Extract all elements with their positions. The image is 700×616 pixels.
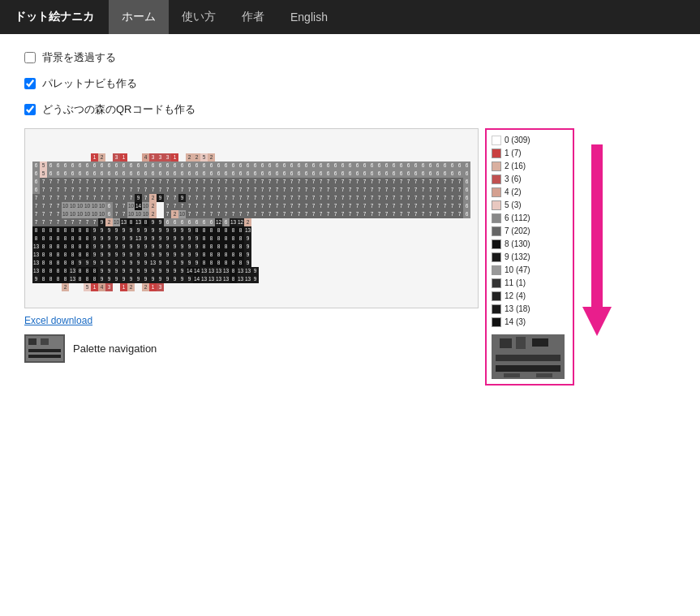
svg-rect-8 bbox=[516, 337, 526, 349]
palette-swatch-12 bbox=[492, 291, 501, 301]
bg-transparent-checkbox[interactable] bbox=[24, 52, 36, 63]
palette-image-thumbnail bbox=[492, 334, 565, 379]
nav-item-home[interactable]: ホーム bbox=[109, 0, 169, 34]
palette-label-2: 2 (16) bbox=[505, 161, 526, 172]
qr-code-checkbox[interactable] bbox=[24, 104, 36, 115]
svg-rect-10 bbox=[496, 355, 560, 361]
palette-entry-12: 12 (4) bbox=[492, 291, 568, 302]
palette-entry-2: 2 (16) bbox=[492, 161, 568, 172]
palette-swatch-0 bbox=[492, 136, 501, 145]
palette-entry-13: 13 (18) bbox=[492, 304, 568, 315]
nav-item-english[interactable]: English bbox=[277, 0, 341, 34]
pixel-grid: 1231433312252656666666666666666666666666… bbox=[25, 129, 478, 308]
palette-entry-1: 1 (7) bbox=[492, 148, 568, 159]
palette-swatch-3 bbox=[492, 174, 501, 184]
checkbox-row-2: パレットナビも作る bbox=[24, 76, 676, 91]
palette-entry-10: 10 (47) bbox=[492, 265, 568, 276]
palette-label-8: 8 (130) bbox=[505, 239, 530, 250]
palette-label-5: 5 (3) bbox=[505, 200, 522, 211]
bg-transparent-label[interactable]: 背景を透過する bbox=[42, 50, 116, 65]
palette-entry-8: 8 (130) bbox=[492, 239, 568, 250]
down-arrow-icon bbox=[582, 307, 612, 336]
palette-swatch-4 bbox=[492, 187, 501, 197]
svg-rect-9 bbox=[532, 338, 548, 347]
excel-download-link[interactable]: Excel download bbox=[24, 315, 479, 326]
palette-label-10: 10 (47) bbox=[505, 265, 530, 276]
checkbox-row-1: 背景を透過する bbox=[24, 50, 676, 65]
navigation: ドット絵ナニカ ホーム 使い方 作者 English bbox=[0, 0, 700, 34]
palette-label-0: 0 (309) bbox=[505, 135, 530, 146]
main-content: 背景を透過する パレットナビも作る どうぶつの森のQRコードも作る 123143… bbox=[0, 34, 700, 402]
palette-entry-9: 9 (132) bbox=[492, 252, 568, 263]
palette-nav-section: Palette navigation bbox=[24, 334, 479, 363]
palette-swatch-10 bbox=[492, 265, 501, 275]
arrow-column bbox=[581, 128, 613, 336]
svg-rect-2 bbox=[28, 338, 37, 345]
palette-label-9: 9 (132) bbox=[505, 252, 530, 263]
palette-label-12: 12 (4) bbox=[505, 291, 526, 302]
palette-label-4: 4 (2) bbox=[505, 187, 522, 198]
palette-label-14: 14 (3) bbox=[505, 317, 526, 328]
palette-label-3: 3 (6) bbox=[505, 174, 522, 185]
palette-swatch-11 bbox=[492, 278, 501, 288]
palette-swatch-13 bbox=[492, 304, 501, 314]
palette-entry-0: 0 (309) bbox=[492, 135, 568, 146]
palette-entry-7: 7 (202) bbox=[492, 226, 568, 237]
palette-label-11: 11 (1) bbox=[505, 278, 526, 289]
palette-entry-4: 4 (2) bbox=[492, 187, 568, 198]
nav-item-howto[interactable]: 使い方 bbox=[169, 0, 229, 34]
palette-nav-thumbnail bbox=[24, 334, 65, 363]
svg-rect-3 bbox=[41, 338, 49, 345]
palette-entry-5: 5 (3) bbox=[492, 200, 568, 211]
palette-entry-3: 3 (6) bbox=[492, 174, 568, 185]
palette-label-1: 1 (7) bbox=[505, 148, 522, 159]
palette-swatch-1 bbox=[492, 149, 501, 158]
svg-rect-13 bbox=[536, 373, 552, 377]
qr-code-label[interactable]: どうぶつの森のQRコードも作る bbox=[42, 102, 195, 117]
palette-nav-checkbox[interactable] bbox=[24, 78, 36, 89]
arrow-shaft bbox=[591, 144, 603, 307]
palette-nav-label[interactable]: パレットナビも作る bbox=[42, 76, 137, 91]
palette-entry-11: 11 (1) bbox=[492, 278, 568, 289]
nav-item-author[interactable]: 作者 bbox=[229, 0, 277, 34]
palette-panel: 0 (309)1 (7)2 (16)3 (6)4 (2)5 (3)6 (112)… bbox=[485, 128, 574, 386]
palette-entry-14: 14 (3) bbox=[492, 317, 568, 328]
palette-swatch-9 bbox=[492, 252, 501, 262]
palette-swatch-14 bbox=[492, 317, 501, 327]
nav-brand: ドット絵ナニカ bbox=[0, 0, 109, 34]
palette-label-7: 7 (202) bbox=[505, 226, 530, 237]
palette-swatch-6 bbox=[492, 213, 501, 223]
svg-rect-5 bbox=[28, 355, 61, 358]
grid-wrapper: 1231433312252656666666666666666666666666… bbox=[24, 128, 479, 363]
palette-swatch-5 bbox=[492, 200, 501, 210]
svg-rect-4 bbox=[28, 349, 61, 352]
grid-container[interactable]: 1231433312252656666666666666666666666666… bbox=[24, 128, 479, 308]
svg-rect-11 bbox=[496, 365, 560, 372]
palette-swatch-2 bbox=[492, 162, 501, 171]
checkbox-row-3: どうぶつの森のQRコードも作る bbox=[24, 102, 676, 117]
palette-label-13: 13 (18) bbox=[505, 304, 530, 315]
svg-rect-12 bbox=[504, 373, 520, 377]
palette-label-6: 6 (112) bbox=[505, 213, 530, 224]
palette-entry-6: 6 (112) bbox=[492, 213, 568, 224]
palette-swatch-7 bbox=[492, 226, 501, 236]
palette-nav-text: Palette navigation bbox=[73, 342, 157, 355]
svg-rect-7 bbox=[500, 338, 512, 348]
palette-swatch-8 bbox=[492, 239, 501, 249]
